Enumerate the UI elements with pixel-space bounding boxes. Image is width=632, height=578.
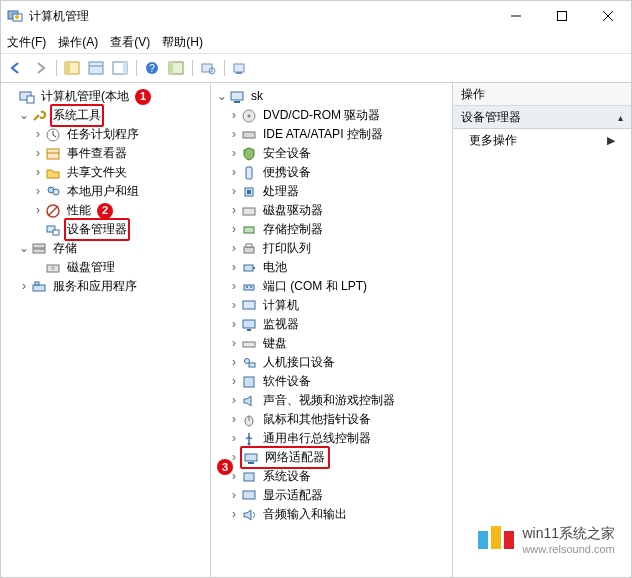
svg-rect-46 xyxy=(243,208,255,215)
chevron-right-icon[interactable]: › xyxy=(227,372,241,391)
chevron-down-icon[interactable]: ⌄ xyxy=(17,239,31,258)
show-hide-tree-button[interactable] xyxy=(61,57,83,79)
dev-disk[interactable]: ›磁盘驱动器 xyxy=(213,201,450,220)
dev-hid[interactable]: ›人机接口设备 xyxy=(213,353,450,372)
dev-ide[interactable]: ›IDE ATA/ATAPI 控制器 xyxy=(213,125,450,144)
chevron-right-icon[interactable]: › xyxy=(227,429,241,448)
svg-point-54 xyxy=(250,286,252,288)
tree-shared-folders[interactable]: › 共享文件夹 xyxy=(3,163,208,182)
chevron-right-icon[interactable]: › xyxy=(227,125,241,144)
chevron-right-icon[interactable]: › xyxy=(227,277,241,296)
menu-help[interactable]: 帮助(H) xyxy=(162,34,203,51)
back-button[interactable] xyxy=(5,57,27,79)
properties-button[interactable] xyxy=(85,57,107,79)
dev-sound[interactable]: ›声音、视频和游戏控制器 xyxy=(213,391,450,410)
tree-performance[interactable]: › 性能 2 xyxy=(3,201,208,220)
toolbar-separator xyxy=(189,57,195,79)
toolbar-separator xyxy=(53,57,59,79)
chevron-right-icon[interactable]: › xyxy=(227,296,241,315)
dev-battery[interactable]: ›电池 xyxy=(213,258,450,277)
chevron-down-icon[interactable]: ⌄ xyxy=(17,106,31,125)
dev-audio[interactable]: ›音频输入和输出 xyxy=(213,505,450,524)
left-pane[interactable]: › 计算机管理(本地 1 ⌄ 系统工具 › 任务计划程序 › xyxy=(1,83,211,578)
monitor-icon xyxy=(241,317,257,333)
dev-ports[interactable]: ›端口 (COM 和 LPT) xyxy=(213,277,450,296)
mid-pane[interactable]: 3 ⌄ sk ›DVD/CD-ROM 驱动器 ›IDE ATA/ATAPI 控制… xyxy=(211,83,453,578)
tree-storage[interactable]: ⌄ 存储 xyxy=(3,239,208,258)
disk-icon xyxy=(241,203,257,219)
tree-event-viewer[interactable]: › 事件查看器 xyxy=(3,144,208,163)
app-icon xyxy=(7,8,23,24)
chevron-right-icon[interactable]: › xyxy=(31,201,45,220)
dev-system[interactable]: ›系统设备 xyxy=(213,467,450,486)
tree-label: 安全设备 xyxy=(261,144,313,163)
chevron-right-icon[interactable]: › xyxy=(227,410,241,429)
refresh-button[interactable] xyxy=(165,57,187,79)
tree-services-apps[interactable]: › 服务和应用程序 xyxy=(3,277,208,296)
scan-hardware-button[interactable] xyxy=(197,57,219,79)
dev-keyboard[interactable]: ›键盘 xyxy=(213,334,450,353)
chevron-right-icon[interactable]: › xyxy=(31,125,45,144)
actions-section[interactable]: 设备管理器 ▴ xyxy=(453,106,631,129)
close-button[interactable] xyxy=(585,1,631,31)
chevron-right-icon[interactable]: › xyxy=(227,334,241,353)
tree-disk-mgmt[interactable]: › 磁盘管理 xyxy=(3,258,208,277)
chevron-right-icon[interactable]: › xyxy=(227,486,241,505)
dev-cpu[interactable]: ›处理器 xyxy=(213,182,450,201)
tree-local-users[interactable]: › 本地用户和组 xyxy=(3,182,208,201)
dev-computer[interactable]: ›计算机 xyxy=(213,296,450,315)
svg-rect-8 xyxy=(65,62,70,74)
svg-rect-51 xyxy=(253,267,255,269)
chevron-right-icon[interactable]: › xyxy=(227,144,241,163)
tree-task-scheduler[interactable]: › 任务计划程序 xyxy=(3,125,208,144)
chevron-right-icon[interactable]: › xyxy=(227,106,241,125)
menu-file[interactable]: 文件(F) xyxy=(7,34,46,51)
minimize-button[interactable] xyxy=(493,1,539,31)
dev-dvd[interactable]: ›DVD/CD-ROM 驱动器 xyxy=(213,106,450,125)
chevron-right-icon[interactable]: › xyxy=(31,182,45,201)
dev-storage-ctrl[interactable]: ›存储控制器 xyxy=(213,220,450,239)
help-button[interactable]: ? xyxy=(141,57,163,79)
maximize-button[interactable] xyxy=(539,1,585,31)
chevron-right-icon[interactable]: › xyxy=(227,182,241,201)
svg-rect-19 xyxy=(234,64,244,72)
chevron-right-icon[interactable]: › xyxy=(227,201,241,220)
actions-more[interactable]: 更多操作 ▶ xyxy=(453,129,631,151)
chevron-right-icon[interactable]: › xyxy=(227,353,241,372)
chevron-down-icon[interactable]: ⌄ xyxy=(215,87,229,106)
chevron-right-icon[interactable]: › xyxy=(227,505,241,524)
chevron-right-icon[interactable]: › xyxy=(31,144,45,163)
dev-software[interactable]: ›软件设备 xyxy=(213,372,450,391)
dev-monitor[interactable]: ›监视器 xyxy=(213,315,450,334)
tree-device-manager[interactable]: › 设备管理器 xyxy=(3,220,208,239)
device-root[interactable]: ⌄ sk xyxy=(213,87,450,106)
chevron-right-icon[interactable]: › xyxy=(227,315,241,334)
dev-portable[interactable]: ›便携设备 xyxy=(213,163,450,182)
dev-mouse[interactable]: ›鼠标和其他指针设备 xyxy=(213,410,450,429)
tree-label: 便携设备 xyxy=(261,163,313,182)
chevron-right-icon[interactable]: › xyxy=(227,258,241,277)
dev-network[interactable]: › 网络适配器 xyxy=(213,448,450,467)
tree-label: sk xyxy=(249,87,265,106)
chevron-right-icon[interactable]: › xyxy=(227,163,241,182)
chevron-right-icon[interactable]: › xyxy=(227,220,241,239)
svg-rect-43 xyxy=(246,167,252,179)
add-device-button[interactable] xyxy=(229,57,251,79)
svg-rect-20 xyxy=(236,72,242,74)
hid-icon xyxy=(241,355,257,371)
tree-system-tools[interactable]: ⌄ 系统工具 xyxy=(3,106,208,125)
tree-root[interactable]: › 计算机管理(本地 1 xyxy=(3,87,208,106)
forward-button[interactable] xyxy=(29,57,51,79)
chevron-right-icon[interactable]: › xyxy=(227,239,241,258)
chevron-right-icon[interactable]: › xyxy=(31,163,45,182)
chevron-right-icon[interactable]: › xyxy=(227,391,241,410)
menu-action[interactable]: 操作(A) xyxy=(58,34,98,51)
dev-print[interactable]: ›打印队列 xyxy=(213,239,450,258)
dev-security[interactable]: ›安全设备 xyxy=(213,144,450,163)
menu-view[interactable]: 查看(V) xyxy=(110,34,150,51)
export-button[interactable] xyxy=(109,57,131,79)
chevron-right-icon[interactable]: › xyxy=(17,277,31,296)
svg-rect-65 xyxy=(245,454,257,461)
dev-display[interactable]: ›显示适配器 xyxy=(213,486,450,505)
annotation-badge-2: 2 xyxy=(97,203,113,219)
